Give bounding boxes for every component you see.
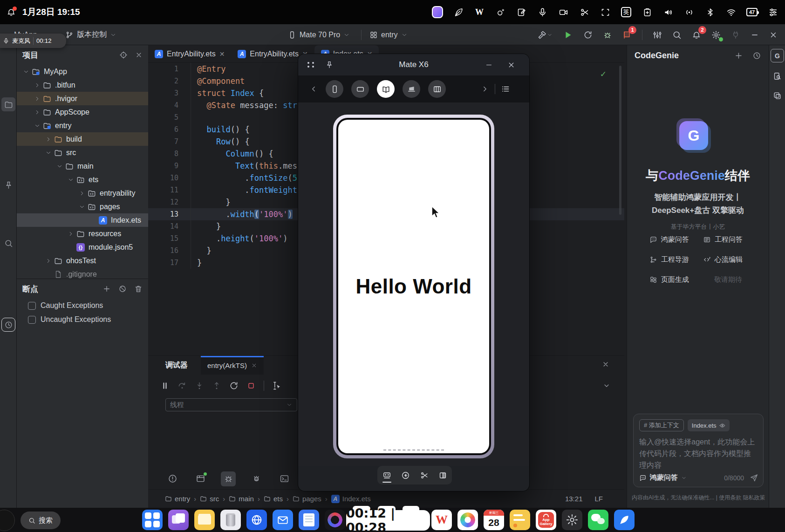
tree-item-entryability[interactable]: entryability [17, 186, 148, 200]
debug-button[interactable] [603, 30, 612, 40]
battery-icon[interactable]: 47 [746, 7, 758, 18]
dock-app-settings[interactable] [562, 510, 582, 530]
line-number[interactable]: 1 [148, 63, 191, 75]
line-number[interactable]: 3 [148, 87, 191, 99]
line-number[interactable]: 5 [148, 111, 191, 123]
tree-item-AppScope[interactable]: AppScope [17, 105, 148, 119]
dock-app-wing[interactable] [614, 510, 635, 530]
lang-en-icon[interactable]: 英 [621, 7, 632, 18]
chevron-right-icon[interactable] [44, 136, 53, 143]
dock-app-wps[interactable]: W [431, 510, 452, 530]
build-button[interactable] [538, 30, 553, 40]
run-to-cursor-button[interactable] [272, 381, 281, 390]
dock-app-calendar[interactable]: 星期三28 [484, 510, 504, 530]
add-breakpoint-button[interactable] [102, 285, 111, 293]
app-purple-icon[interactable] [432, 7, 443, 18]
checkbox[interactable] [28, 316, 36, 324]
restart-app-button[interactable] [583, 30, 593, 40]
settings-button[interactable] [711, 30, 721, 40]
line-number[interactable]: 10 [148, 172, 191, 184]
inspection-ok-icon[interactable]: ✓ [600, 69, 607, 79]
dock-app-appgallery[interactable]: AppGallery [536, 510, 556, 530]
emulator-window[interactable]: Mate X6 Hello World [298, 54, 529, 491]
toolwindow-services-button[interactable] [193, 471, 208, 486]
display-mode-rect-land-button[interactable] [351, 80, 369, 98]
right-tab-genie[interactable]: G [771, 49, 784, 62]
mode-list-button[interactable] [501, 84, 510, 94]
line-number[interactable]: 9 [148, 160, 191, 172]
close-session-icon[interactable] [251, 362, 257, 368]
toolwindow-profiler-button[interactable] [249, 471, 264, 486]
stop-button[interactable] [246, 381, 256, 390]
tree-item-Index-ets[interactable]: AIndex.ets [17, 213, 148, 227]
emulator-snip-button[interactable] [420, 471, 429, 480]
threads-dropdown[interactable]: 线程 [165, 398, 297, 411]
clipboard-plus-icon[interactable] [642, 7, 653, 18]
chevron-right-icon[interactable] [33, 82, 42, 89]
debugger-session-tab[interactable]: entry(ArkTS) [201, 356, 264, 375]
tree-item-MyApp[interactable]: MyApp [17, 65, 148, 78]
wifi-icon[interactable] [725, 7, 737, 18]
tree-item-resources[interactable]: resources [17, 227, 148, 240]
tree-item--hvigor[interactable]: .hvigor [17, 92, 148, 105]
chevron-down-icon[interactable] [33, 123, 42, 129]
plugin-button[interactable] [731, 30, 740, 40]
tree-item-src[interactable]: src [17, 146, 148, 159]
toolwindow-problems-button[interactable] [165, 471, 180, 486]
locate-file-button[interactable] [119, 51, 128, 59]
volume-icon[interactable] [662, 7, 674, 18]
tree-item--gitignore[interactable]: .gitignore [17, 267, 148, 279]
dock-app-photos[interactable] [457, 510, 478, 530]
line-number[interactable]: 4 [148, 99, 191, 111]
editor-scrollbar[interactable] [619, 66, 621, 215]
breadcrumb-pages[interactable]: pages [293, 495, 321, 503]
tree-item-entry[interactable]: entry [17, 119, 148, 132]
breadcrumb-src[interactable]: src [200, 495, 219, 503]
broadcast-icon[interactable] [683, 7, 695, 18]
minimize-button[interactable] [751, 31, 759, 39]
line-ending[interactable]: LF [594, 495, 603, 503]
line-number[interactable]: 14 [148, 220, 191, 232]
line-number[interactable]: 11 [148, 184, 191, 196]
cam-frame-icon[interactable] [600, 7, 611, 18]
file-context-chip[interactable]: Index.ets [688, 419, 730, 431]
breadcrumb-Index-ets[interactable]: AIndex.ets [331, 494, 371, 503]
toolwindow-debug-button[interactable] [221, 471, 236, 486]
dock-app-windows[interactable] [168, 510, 189, 530]
editor-tab-EntryAbility-ets[interactable]: AEntryAbility.ets✕ [148, 45, 231, 62]
close-button[interactable] [769, 31, 778, 39]
display-mode-laptop-button[interactable] [403, 80, 420, 98]
chevron-down-icon[interactable] [55, 163, 64, 170]
quick-action-news[interactable]: 工程问答 [703, 235, 757, 244]
tree-item-ohosTest[interactable]: ohosTest [17, 254, 148, 267]
remove-breakpoint-button[interactable] [134, 285, 143, 293]
video-icon[interactable] [558, 7, 569, 18]
note-pen-icon[interactable] [516, 7, 527, 18]
profiler-flag-button[interactable]: 1 [622, 30, 632, 40]
emulator-code-preview-button[interactable] [382, 471, 391, 480]
run-button[interactable] [563, 30, 573, 40]
rerun-button[interactable] [229, 381, 239, 390]
breadcrumb-main[interactable]: main [229, 495, 254, 503]
line-number[interactable]: 6 [148, 123, 191, 136]
line-number[interactable]: 13 [148, 208, 191, 220]
line-number[interactable]: 7 [148, 136, 191, 148]
display-mode-phone-button[interactable] [326, 80, 343, 98]
mute-breakpoints-button[interactable] [118, 285, 127, 293]
dock-app-mail[interactable] [273, 510, 293, 530]
chevron-down-icon[interactable] [77, 204, 87, 210]
add-context-chip[interactable]: # 添加上下文 [639, 419, 684, 431]
tree-item-module-json5[interactable]: {}module.json5 [17, 240, 148, 254]
mode-next-button[interactable] [481, 85, 489, 93]
activity-debug-record-button[interactable] [1, 318, 15, 332]
chevron-down-icon[interactable] [66, 177, 75, 183]
chevron-right-icon[interactable] [66, 231, 75, 237]
chevron-right-icon[interactable] [44, 258, 53, 264]
dock-search-pill[interactable]: 搜索 [20, 512, 61, 529]
dock-app-wechat[interactable] [588, 510, 608, 530]
tree-item-main[interactable]: main [17, 159, 148, 173]
pause-button[interactable] [160, 381, 170, 390]
breadcrumb-entry[interactable]: entry [165, 495, 190, 503]
dock-app-swirl[interactable] [325, 510, 345, 530]
emulator-close-button[interactable] [507, 61, 515, 69]
